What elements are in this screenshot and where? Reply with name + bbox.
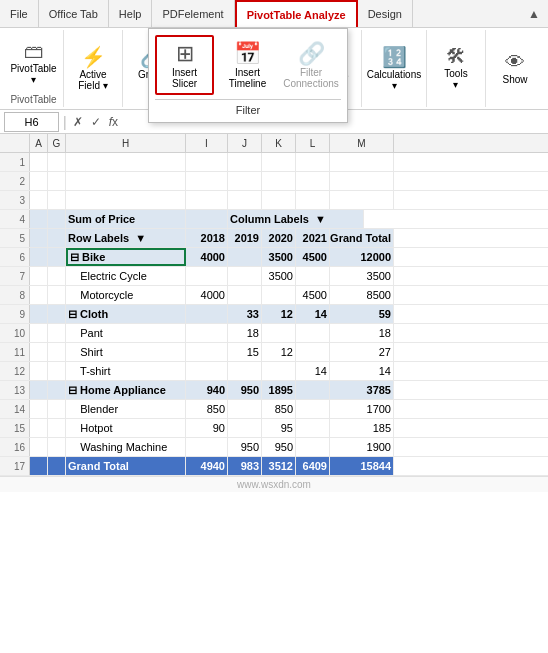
grand-total-2019: 983 [228, 457, 262, 475]
ha-2019[interactable]: 950 [228, 381, 262, 399]
ribbon-group-active-field: ⚡ ActiveField ▾ [64, 30, 123, 107]
washing-machine-label[interactable]: Washing Machine [66, 438, 186, 456]
minimize-ribbon-btn[interactable]: ▲ [520, 0, 548, 28]
hotpot-total[interactable]: 185 [330, 419, 394, 437]
ha-2020[interactable]: 1895 [262, 381, 296, 399]
grand-total-all: 15844 [330, 457, 394, 475]
sheet-row-10: 10 Pant 18 18 [0, 324, 548, 343]
blender-label[interactable]: Blender [66, 400, 186, 418]
blender-2018[interactable]: 850 [186, 400, 228, 418]
ribbon-group-tools: 🛠 Tools▾ [427, 30, 486, 107]
wm-2020[interactable]: 950 [262, 438, 296, 456]
wm-2019[interactable]: 950 [228, 438, 262, 456]
sheet-row-11: 11 Shirt 15 12 27 [0, 343, 548, 362]
shirt-2019[interactable]: 15 [228, 343, 262, 361]
active-field-btn[interactable]: ⚡ ActiveField ▾ [67, 39, 119, 97]
row-labels-cell: Row Labels ▼ [66, 229, 186, 247]
motorcycle-label[interactable]: Motorcycle [66, 286, 186, 304]
bike-2020[interactable]: 3500 [262, 248, 296, 266]
ribbon-group-calculations: 🔢 Calculations▾ [362, 30, 427, 107]
tab-pivot-analyze[interactable]: PivotTable Analyze [235, 0, 358, 27]
tools-btn[interactable]: 🛠 Tools▾ [430, 39, 482, 97]
wm-total[interactable]: 1900 [330, 438, 394, 456]
tshirt-total[interactable]: 14 [330, 362, 394, 380]
tshirt-2021[interactable]: 14 [296, 362, 330, 380]
fx-icon[interactable]: ✗ [71, 115, 85, 129]
motorcycle-2021[interactable]: 4500 [296, 286, 330, 304]
sheet-row-4: 4 Sum of Price Column Labels ▼ [0, 210, 548, 229]
home-appliance-label[interactable]: ⊟ Home Appliance [66, 381, 186, 399]
col-header-m[interactable]: M [330, 134, 394, 152]
motorcycle-total[interactable]: 8500 [330, 286, 394, 304]
cloth-2020[interactable]: 12 [262, 305, 296, 323]
cloth-label[interactable]: ⊟ Cloth [66, 305, 186, 323]
col-header-g[interactable]: G [48, 134, 66, 152]
grand-total-label: Grand Total [66, 457, 186, 475]
corner-cell [0, 134, 30, 152]
watermark: www.wsxdn.com [0, 476, 548, 492]
col-header-i[interactable]: I [186, 134, 228, 152]
shirt-total[interactable]: 27 [330, 343, 394, 361]
blender-total[interactable]: 1700 [330, 400, 394, 418]
electric-cycle-2020[interactable]: 3500 [262, 267, 296, 285]
ha-total[interactable]: 3785 [330, 381, 394, 399]
sheet-row-7: 7 Electric Cycle 3500 3500 [0, 267, 548, 286]
col-header-h[interactable]: H [66, 134, 186, 152]
confirm-icon[interactable]: ✓ [89, 115, 103, 129]
electric-cycle-total[interactable]: 3500 [330, 267, 394, 285]
tab-file[interactable]: File [0, 0, 39, 27]
bike-total[interactable]: 12000 [330, 248, 394, 266]
bike-label[interactable]: ⊟ Bike [66, 248, 186, 266]
pivot-table-icon: 🗃 [24, 40, 44, 63]
grand-total-2021: 6409 [296, 457, 330, 475]
hotpot-label[interactable]: Hotpot [66, 419, 186, 437]
cloth-total[interactable]: 59 [330, 305, 394, 323]
function-icon[interactable]: fx [107, 115, 120, 129]
tab-design[interactable]: Design [358, 0, 413, 27]
shirt-2020[interactable]: 12 [262, 343, 296, 361]
cell-reference-box[interactable] [4, 112, 59, 132]
col-header-a[interactable]: A [30, 134, 48, 152]
bike-2021[interactable]: 4500 [296, 248, 330, 266]
pant-2019[interactable]: 18 [228, 324, 262, 342]
hotpot-2020[interactable]: 95 [262, 419, 296, 437]
col-header-l[interactable]: L [296, 134, 330, 152]
sheet-row-12: 12 T-shirt 14 14 [0, 362, 548, 381]
bike-2018[interactable]: 4000 [186, 248, 228, 266]
insert-timeline-icon: 📅 [234, 41, 261, 67]
tab-bar: File Office Tab Help PDFelement PivotTab… [0, 0, 548, 28]
formula-sep: | [63, 114, 67, 130]
cloth-2019[interactable]: 33 [228, 305, 262, 323]
blender-2020[interactable]: 850 [262, 400, 296, 418]
pant-label[interactable]: Pant [66, 324, 186, 342]
ribbon-group-pivottable: 🗃 PivotTable▾ PivotTable [4, 30, 64, 107]
show-btn[interactable]: 👁 Show [489, 39, 541, 97]
sheet-row-3: 3 [0, 191, 548, 210]
pant-total[interactable]: 18 [330, 324, 394, 342]
tab-office-tab[interactable]: Office Tab [39, 0, 109, 27]
sheet-row-17: 17 Grand Total 4940 983 3512 6409 15844 [0, 457, 548, 476]
tab-pdfelement[interactable]: PDFelement [152, 0, 234, 27]
calculations-btn[interactable]: 🔢 Calculations▾ [368, 39, 420, 97]
tab-help[interactable]: Help [109, 0, 153, 27]
col-header-j[interactable]: J [228, 134, 262, 152]
insert-slicer-btn[interactable]: ⊞ InsertSlicer [155, 35, 214, 95]
column-labels-label: Column Labels ▼ [228, 210, 364, 228]
cloth-2021[interactable]: 14 [296, 305, 330, 323]
ribbon-content: 🗃 PivotTable▾ PivotTable ⚡ ActiveField ▾… [0, 28, 548, 110]
ha-2018[interactable]: 940 [186, 381, 228, 399]
sheet-row-14: 14 Blender 850 850 1700 [0, 400, 548, 419]
year-2019-header: 2019 [228, 229, 262, 247]
insert-timeline-btn[interactable]: 📅 InsertTimeline [218, 35, 277, 95]
filter-connections-btn[interactable]: 🔗 FilterConnections [281, 35, 341, 95]
pivot-table-btn[interactable]: 🗃 PivotTable▾ [8, 33, 60, 91]
motorcycle-2018[interactable]: 4000 [186, 286, 228, 304]
sheet-row-8: 8 Motorcycle 4000 4500 8500 [0, 286, 548, 305]
electric-cycle-label[interactable]: Electric Cycle [66, 267, 186, 285]
shirt-label[interactable]: Shirt [66, 343, 186, 361]
col-header-k[interactable]: K [262, 134, 296, 152]
hotpot-2018[interactable]: 90 [186, 419, 228, 437]
sum-of-price-label: Sum of Price [66, 210, 186, 228]
tshirt-label[interactable]: T-shirt [66, 362, 186, 380]
filter-connections-icon: 🔗 [298, 41, 325, 67]
